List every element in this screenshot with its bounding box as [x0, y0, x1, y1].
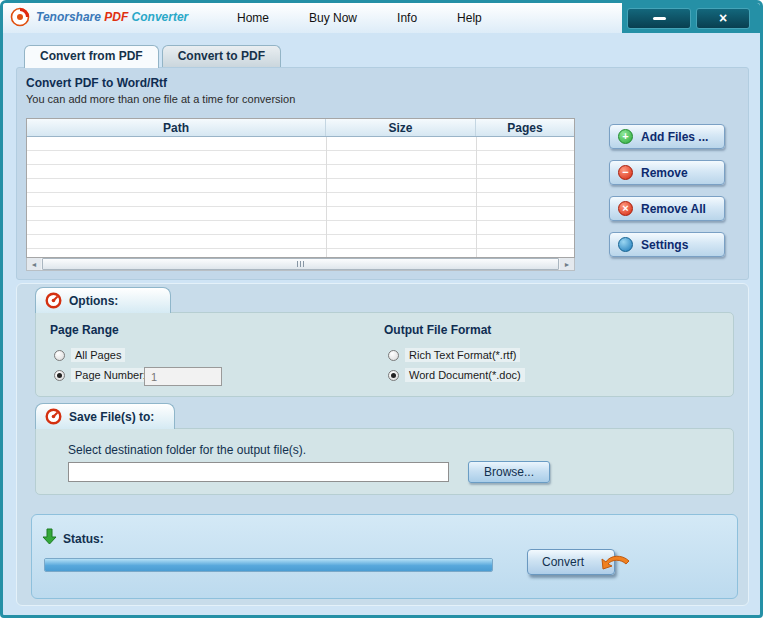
- radio-page-number-label: Page Number:: [71, 368, 150, 382]
- convert-button[interactable]: Convert: [527, 549, 615, 575]
- remove-all-button[interactable]: × Remove All: [609, 196, 725, 221]
- close-icon: ×: [719, 10, 727, 26]
- file-table-header: Path Size Pages: [27, 119, 574, 137]
- browse-button[interactable]: Browse...: [468, 461, 550, 483]
- app-window: Tenorshare PDF Converter Home Buy Now In…: [0, 0, 763, 618]
- radio-rtf-label: Rich Text Format(*.rtf): [405, 348, 520, 362]
- remove-all-label: Remove All: [641, 202, 706, 216]
- save-panel: Select destination folder for the output…: [35, 428, 734, 495]
- save-to-label: Save File(s) to:: [69, 410, 154, 424]
- thumb-grip: [303, 261, 304, 267]
- column-divider: [476, 137, 477, 257]
- remove-all-icon: ×: [618, 201, 633, 216]
- minimize-icon: [653, 17, 666, 20]
- radio-circle[interactable]: [54, 350, 65, 361]
- status-label: Status:: [63, 532, 104, 546]
- close-button[interactable]: ×: [696, 8, 750, 29]
- column-divider: [326, 137, 327, 257]
- column-header-pages: Pages: [476, 119, 574, 136]
- progress-bar: [44, 558, 493, 572]
- menu-home[interactable]: Home: [233, 9, 273, 27]
- scrollbar-thumb[interactable]: [42, 258, 559, 270]
- thumb-grip: [300, 261, 301, 267]
- radio-circle[interactable]: [54, 370, 65, 381]
- scroll-right-icon[interactable]: ►: [560, 258, 574, 270]
- menu-info[interactable]: Info: [393, 9, 421, 27]
- app-title: Tenorshare PDF Converter: [36, 10, 188, 24]
- scrollbar-track[interactable]: [41, 258, 560, 270]
- app-logo-icon: [10, 7, 30, 27]
- horizontal-scrollbar[interactable]: ◄ ►: [26, 258, 575, 271]
- convert-label: Convert: [542, 555, 584, 569]
- add-icon: +: [618, 129, 633, 144]
- options-panel: Page Range All Pages Page Number: Output…: [35, 312, 734, 397]
- options-section-tab[interactable]: Options:: [35, 287, 171, 313]
- thumb-grip: [297, 261, 298, 267]
- page-number-input[interactable]: [144, 367, 222, 386]
- gauge-icon: [45, 292, 62, 309]
- destination-path-input[interactable]: [68, 462, 449, 482]
- title-bar: Tenorshare PDF Converter Home Buy Now In…: [3, 3, 760, 33]
- column-header-path: Path: [27, 119, 326, 136]
- tab-bar: Convert from PDF Convert to PDF: [24, 45, 281, 68]
- radio-rtf[interactable]: Rich Text Format(*.rtf): [388, 348, 520, 362]
- remove-icon: −: [618, 165, 633, 180]
- radio-doc[interactable]: Word Document(*.doc): [388, 368, 525, 382]
- settings-label: Settings: [641, 238, 688, 252]
- lower-panel: Options: Page Range All Pages Page Numbe…: [16, 283, 749, 606]
- panel-subheading: You can add more than one file at a time…: [26, 93, 295, 105]
- progress-fill: [45, 559, 492, 571]
- radio-circle[interactable]: [388, 370, 399, 381]
- minimize-button[interactable]: [627, 8, 691, 29]
- title-suffix: Converter: [132, 10, 189, 24]
- file-table[interactable]: Path Size Pages: [26, 118, 575, 258]
- tab-convert-from-pdf[interactable]: Convert from PDF: [24, 45, 159, 68]
- status-panel: Status: Convert: [31, 514, 738, 599]
- radio-circle[interactable]: [388, 350, 399, 361]
- settings-globe-icon: [618, 237, 633, 252]
- add-files-button[interactable]: + Add Files ...: [609, 124, 725, 149]
- menu-help[interactable]: Help: [453, 9, 486, 27]
- menu-bar: Home Buy Now Info Help: [233, 3, 486, 33]
- page-range-heading: Page Range: [50, 323, 119, 337]
- orange-curved-arrow-icon: [600, 553, 630, 578]
- settings-button[interactable]: Settings: [609, 232, 725, 257]
- add-files-label: Add Files ...: [641, 130, 708, 144]
- window-controls: ×: [622, 3, 760, 33]
- destination-instruction: Select destination folder for the output…: [68, 443, 306, 457]
- file-list-panel: Convert PDF to Word/Rtf You can add more…: [16, 67, 749, 280]
- gauge-icon: [45, 408, 62, 425]
- remove-label: Remove: [641, 166, 688, 180]
- title-brand: Tenorshare: [36, 10, 101, 24]
- radio-page-number[interactable]: Page Number:: [54, 368, 150, 382]
- green-down-arrow-icon: [42, 528, 57, 549]
- radio-doc-label: Word Document(*.doc): [405, 368, 525, 382]
- file-table-body[interactable]: [27, 137, 574, 257]
- remove-button[interactable]: − Remove: [609, 160, 725, 185]
- title-product: PDF: [104, 10, 128, 24]
- options-label: Options:: [69, 294, 118, 308]
- save-to-section-tab[interactable]: Save File(s) to:: [35, 403, 175, 429]
- column-header-size: Size: [326, 119, 476, 136]
- radio-all-pages-label: All Pages: [71, 348, 125, 362]
- panel-heading: Convert PDF to Word/Rtf: [26, 76, 167, 90]
- radio-all-pages[interactable]: All Pages: [54, 348, 125, 362]
- tab-convert-to-pdf[interactable]: Convert to PDF: [162, 45, 281, 68]
- menu-buy-now[interactable]: Buy Now: [305, 9, 361, 27]
- scroll-left-icon[interactable]: ◄: [27, 258, 41, 270]
- output-format-heading: Output File Format: [384, 323, 491, 337]
